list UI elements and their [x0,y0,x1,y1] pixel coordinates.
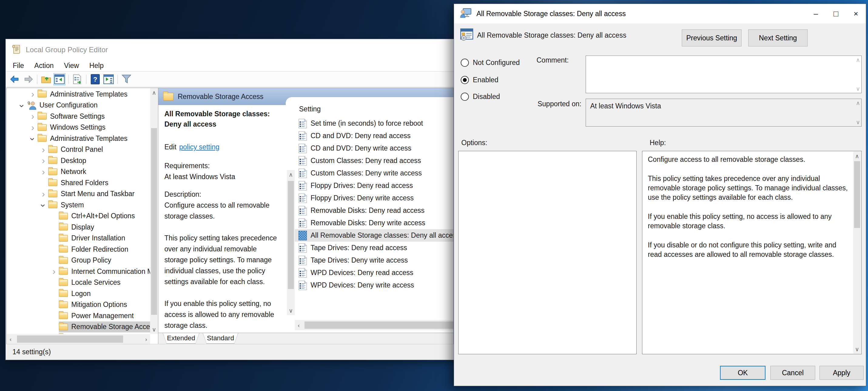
tree-item-software-settings[interactable]: Software Settings [7,111,150,122]
export-list-icon[interactable] [71,73,84,85]
tree-item-network[interactable]: Network [7,166,150,177]
list-item[interactable]: WPD Devices: Deny write access [295,279,454,291]
previous-setting-button[interactable]: Previous Setting [682,29,742,47]
expander-icon[interactable] [49,267,59,276]
gpedit-titlebar[interactable]: Local Group Policy Editor [6,39,454,60]
tree-item-administrative-templates-user[interactable]: Administrative Templates [7,133,150,144]
tree-item-user-configuration[interactable]: User Configuration [7,100,150,111]
filter-icon[interactable] [120,73,132,85]
list-item-selected[interactable]: All Removable Storage classes: Deny all … [295,229,454,242]
comment-box[interactable]: ∧ ∨ [586,56,862,93]
list-item[interactable]: Floppy Drives: Deny read access [295,179,454,192]
list-item[interactable]: CD and DVD: Deny write access [295,142,454,155]
menu-action[interactable]: Action [29,62,59,70]
scroll-up-icon[interactable]: ∧ [856,100,860,106]
tree-horizontal-scrollbar[interactable]: ‹ › [7,334,150,344]
expander-icon[interactable] [28,89,38,99]
radio-icon[interactable] [461,92,469,101]
show-console-tree-icon[interactable] [102,73,115,85]
tab-standard[interactable]: Standard [203,333,238,344]
tree-item-desktop[interactable]: Desktop [7,155,150,166]
list-hscrollbar-thumb[interactable] [305,322,454,329]
tree-item-logon[interactable]: Logon [7,288,150,299]
tree-item-control-panel[interactable]: Control Panel [7,144,150,156]
list-item[interactable]: CD and DVD: Deny read access [295,130,454,142]
tree-item-system[interactable]: System [7,199,150,211]
radio-icon-selected[interactable] [461,76,469,84]
tree-item-label: Group Policy [71,256,111,264]
tree-item-shared-folders[interactable]: Shared Folders [7,177,150,189]
edit-policy-setting-link[interactable]: policy setting [179,143,220,151]
tree-item-locale-services[interactable]: Locale Services [7,277,150,288]
tree-item-removable-storage-access[interactable]: Removable Storage Access [7,322,150,333]
tree-scrollbar-thumb[interactable] [151,128,157,315]
tree-item-administrative-templates-computer[interactable]: Administrative Templates [7,89,150,100]
minimize-button[interactable]: – [806,4,826,23]
list-item-label: CD and DVD: Deny read access [311,132,411,140]
tree-item-driver-installation[interactable]: Driver Installation [7,233,150,244]
list-item[interactable]: Set time (in seconds) to force reboot [295,117,454,130]
list-horizontal-scrollbar[interactable]: ‹ [295,320,454,330]
list-item[interactable]: Custom Classes: Deny write access [295,167,454,179]
radio-disabled[interactable]: Disabled [461,92,500,101]
comment-input[interactable] [586,56,861,93]
menu-view[interactable]: View [59,62,84,70]
tree-item-label: Folder Redirection [71,245,128,253]
up-one-level-icon[interactable] [40,73,52,85]
description-scrollbar-thumb[interactable] [288,181,294,289]
tree-item-folder-redirection[interactable]: Folder Redirection [7,244,150,255]
list-item[interactable]: Tape Drives: Deny read access [295,242,454,254]
apply-button[interactable]: Apply [819,366,864,380]
console-window-icon[interactable] [53,73,65,85]
list-item-label: Removable Disks: Deny write access [311,219,425,227]
list-item[interactable]: Custom Classes: Deny read access [295,155,454,167]
tree-item-windows-settings[interactable]: Windows Settings [7,122,150,133]
ok-button[interactable]: OK [720,366,766,380]
policy-document-icon [299,218,307,228]
list-item[interactable]: Removable Disks: Deny write access [295,217,454,229]
tab-extended[interactable]: Extended [162,333,199,344]
tree-item-ctrl-alt-del-options[interactable]: Ctrl+Alt+Del Options [7,211,150,222]
expander-icon[interactable] [38,167,48,176]
tree-hscrollbar-thumb[interactable] [17,335,123,343]
dialog-titlebar[interactable]: All Removable Storage classes: Deny all … [454,4,866,23]
expander-icon[interactable] [38,156,48,165]
help-scrollbar-thumb[interactable] [854,161,860,228]
help-icon[interactable]: ? [89,73,101,85]
tree-item-internet-communication-management[interactable]: Internet Communication Management [7,266,150,277]
tree-item-group-policy[interactable]: Group Policy [7,255,150,266]
expander-icon[interactable] [38,145,48,154]
expander-icon[interactable] [38,190,48,198]
back-icon[interactable] [9,73,21,85]
tree-vertical-scrollbar[interactable]: ∧ ∨ [150,88,158,334]
menu-help[interactable]: Help [84,62,108,70]
list-item[interactable]: Removable Disks: Deny read access [295,204,454,217]
cancel-button[interactable]: Cancel [770,366,815,380]
radio-not-configured[interactable]: Not Configured [461,59,520,67]
tree-item-mitigation-options[interactable]: Mitigation Options [7,299,150,311]
list-item[interactable]: Floppy Drives: Deny write access [295,192,454,204]
expander-icon[interactable] [28,112,38,121]
close-button[interactable]: × [846,4,866,23]
menu-file[interactable]: File [8,62,29,70]
scroll-down-icon[interactable]: ∨ [856,119,860,125]
scroll-down-icon[interactable]: ∨ [856,86,860,92]
list-item[interactable]: WPD Devices: Deny read access [295,267,454,279]
expander-icon[interactable] [38,200,48,210]
expander-icon[interactable] [28,134,38,143]
expander-icon[interactable] [17,101,27,110]
list-item[interactable]: Tape Drives: Deny write access [295,254,454,267]
description-scrollbar[interactable]: ∧ ∨ [287,105,295,333]
tree-item-start-menu-and-taskbar[interactable]: Start Menu and Taskbar [7,189,150,200]
expander-icon[interactable] [28,123,38,132]
next-setting-button[interactable]: Next Setting [748,29,808,47]
scroll-up-icon[interactable]: ∧ [856,57,860,63]
radio-icon[interactable] [461,59,469,67]
tree-item-power-management[interactable]: Power Management [7,310,150,322]
settings-column-header[interactable]: Setting [295,97,454,117]
tree-item-display[interactable]: Display [7,222,150,233]
forward-icon[interactable] [22,73,34,85]
help-scrollbar[interactable]: ∧ ∨ [853,151,861,354]
maximize-button[interactable]: □ [826,4,846,23]
radio-enabled[interactable]: Enabled [461,76,498,84]
